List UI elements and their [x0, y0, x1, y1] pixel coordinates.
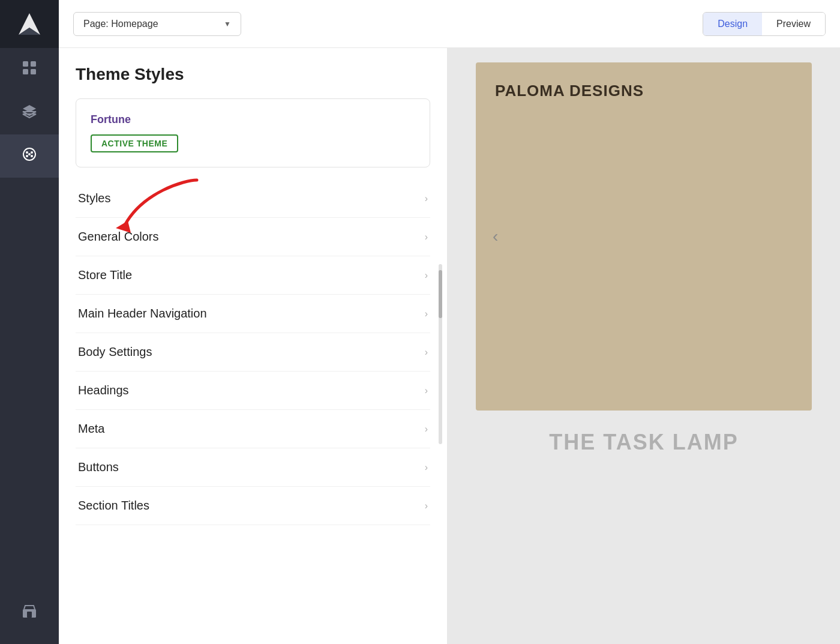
menu-item-main-header-navigation[interactable]: Main Header Navigation ›	[76, 295, 430, 333]
content-area: Theme Styles Fortune ACTIVE THEME Styles	[59, 48, 840, 644]
chevron-right-icon: ›	[425, 232, 428, 242]
preview-image-block: PALOMA DESIGNS ‹	[476, 62, 812, 411]
svg-point-14	[28, 153, 31, 155]
chevron-right-icon: ›	[425, 193, 428, 204]
svg-rect-4	[23, 69, 28, 74]
preview-content: PALOMA DESIGNS ‹ THE TASK LAMP	[476, 62, 812, 455]
menu-item-label: General Colors	[78, 230, 425, 244]
main-area: Page: Homepage ▼ Design Preview Theme St…	[59, 0, 840, 644]
menu-item-body-settings[interactable]: Body Settings ›	[76, 333, 430, 372]
menu-item-label: Headings	[78, 384, 425, 397]
chevron-right-icon: ›	[425, 308, 428, 319]
chevron-right-icon: ›	[425, 424, 428, 435]
menu-item-label: Section Titles	[78, 499, 425, 513]
left-panel: Theme Styles Fortune ACTIVE THEME Styles	[59, 48, 448, 644]
preview-button[interactable]: Preview	[762, 13, 825, 35]
design-button[interactable]: Design	[703, 13, 762, 35]
page-dropdown[interactable]: Page: Homepage ▼	[73, 12, 241, 36]
preview-bottom-text: THE TASK LAMP	[476, 411, 812, 455]
theme-card: Fortune ACTIVE THEME	[76, 98, 430, 167]
menu-list: Styles › General Colors › Store Title › …	[76, 179, 430, 525]
page-dropdown-text: Page: Homepage	[83, 19, 217, 29]
menu-item-buttons[interactable]: Buttons ›	[76, 448, 430, 487]
chevron-right-icon: ›	[425, 270, 428, 281]
svg-point-12	[26, 155, 28, 157]
svg-point-13	[31, 155, 33, 157]
menu-item-label: Main Header Navigation	[78, 307, 425, 320]
menu-item-styles[interactable]: Styles ›	[76, 179, 430, 218]
menu-item-label: Meta	[78, 422, 425, 436]
svg-rect-2	[23, 61, 28, 67]
svg-point-11	[31, 151, 33, 154]
chevron-right-icon: ›	[425, 501, 428, 511]
preview-nav-left-arrow[interactable]: ‹	[493, 227, 498, 246]
menu-item-label: Body Settings	[78, 345, 425, 359]
menu-item-label: Buttons	[78, 460, 425, 474]
sidebar-item-theme[interactable]	[0, 134, 59, 178]
sidebar-item-layers[interactable]	[0, 91, 59, 134]
menu-item-label: Store Title	[78, 268, 425, 282]
svg-rect-5	[31, 69, 36, 74]
palette-icon	[22, 146, 37, 166]
sidebar	[0, 0, 59, 644]
chevron-right-icon: ›	[425, 462, 428, 473]
menu-item-store-title[interactable]: Store Title ›	[76, 256, 430, 295]
theme-name: Fortune	[91, 113, 415, 126]
menu-item-meta[interactable]: Meta ›	[76, 410, 430, 448]
active-theme-badge: ACTIVE THEME	[91, 134, 178, 152]
sidebar-item-grid[interactable]	[0, 48, 59, 91]
svg-point-10	[26, 151, 28, 154]
topbar: Page: Homepage ▼ Design Preview	[59, 0, 840, 48]
panel-title: Theme Styles	[76, 65, 430, 84]
menu-item-headings[interactable]: Headings ›	[76, 372, 430, 410]
svg-rect-16	[27, 612, 32, 618]
menu-item-section-titles[interactable]: Section Titles ›	[76, 487, 430, 525]
svg-rect-3	[31, 61, 36, 67]
menu-item-label: Styles	[78, 191, 425, 205]
sidebar-item-store[interactable]	[0, 591, 59, 634]
logo-icon	[16, 11, 43, 37]
design-preview-group: Design Preview	[703, 12, 826, 36]
store-icon	[22, 603, 37, 622]
chevron-down-icon: ▼	[224, 20, 231, 28]
grid-icon	[22, 60, 37, 79]
sidebar-logo	[0, 0, 59, 48]
preview-area: PALOMA DESIGNS ‹ THE TASK LAMP	[448, 48, 840, 644]
scroll-thumb	[439, 270, 442, 318]
menu-item-general-colors[interactable]: General Colors ›	[76, 218, 430, 256]
chevron-right-icon: ›	[425, 347, 428, 358]
preview-store-title: PALOMA DESIGNS	[476, 62, 812, 100]
layers-icon	[22, 103, 37, 122]
chevron-right-icon: ›	[425, 385, 428, 396]
scrollbar[interactable]	[439, 264, 442, 444]
